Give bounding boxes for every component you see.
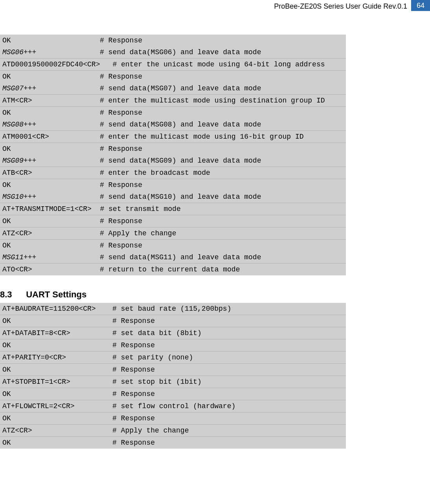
command-text: ATM0001<CR>	[2, 131, 100, 143]
command-text: OK	[2, 71, 100, 82]
command-text: OK	[2, 215, 100, 227]
code-line: ATD00019500002FDC40<CR> # enter the unic…	[0, 58, 346, 70]
command-text: AT+FLOWCTRL=2<CR>	[2, 400, 112, 412]
comment-text: # Response	[112, 364, 155, 376]
command-text: OK	[2, 107, 100, 119]
command-text: OK	[2, 364, 112, 376]
command-text: OK	[2, 339, 112, 351]
code-line: MSG08+++# send data(MSG08) and leave dat…	[0, 119, 346, 130]
code-line: MSG11+++# send data(MSG11) and leave dat…	[0, 251, 346, 263]
comment-text: # send data(MSG06) and leave data mode	[100, 46, 261, 58]
comment-text: # enter the unicast mode using 64-bit lo…	[100, 59, 325, 70]
command-text: ATO<CR>	[2, 264, 100, 275]
comment-text: # Response	[100, 240, 142, 251]
comment-text: # set transmit mode	[92, 203, 181, 215]
comment-text: # set parity (none)	[112, 352, 193, 363]
command-text: MSG11+++	[2, 251, 100, 263]
comment-text: # Response	[100, 71, 142, 82]
command-text: OK	[2, 179, 100, 191]
code-line: ATO<CR># return to the current data mode	[0, 263, 346, 275]
code-line: ATZ<CR># Apply the change	[0, 424, 346, 436]
command-text: OK	[2, 143, 100, 155]
section-heading: 8.3 UART Settings	[0, 290, 430, 300]
command-text: OK	[2, 35, 100, 46]
code-line: AT+BAUDRATE=115200<CR># set baud rate (1…	[0, 303, 346, 315]
comment-text: # return to the current data mode	[100, 264, 240, 275]
comment-text: # set flow control (hardware)	[112, 400, 235, 412]
code-line: OK# Response	[0, 179, 346, 191]
code-line: MSG07+++# send data(MSG07) and leave dat…	[0, 82, 346, 94]
comment-text: # Response	[112, 412, 155, 424]
comment-text: # enter the broadcast mode	[100, 167, 210, 179]
code-line: ATM<CR># enter the multicast mode using …	[0, 94, 346, 106]
command-text: OK	[2, 412, 112, 424]
command-text: AT+STOPBIT=1<CR>	[2, 376, 112, 388]
code-line: OK# Response	[0, 215, 346, 227]
comment-text: # set baud rate (115,200bps)	[112, 303, 231, 315]
section-number: 8.3	[0, 290, 24, 300]
comment-text: # Apply the change	[112, 425, 189, 436]
command-text: ATZ<CR>	[2, 227, 100, 239]
header-page-number: 64	[411, 0, 430, 11]
command-text: OK	[2, 437, 112, 449]
code-line: OK# Response	[0, 106, 346, 119]
comment-text: # set stop bit (1bit)	[112, 376, 202, 388]
command-text: OK	[2, 388, 112, 400]
comment-text: # Response	[100, 107, 142, 119]
comment-text: # enter the multicast mode using destina…	[100, 95, 325, 106]
command-text: MSG06+++	[2, 46, 100, 58]
comment-text: # Response	[100, 215, 142, 227]
command-text: OK	[2, 240, 100, 251]
code-line: ATB<CR># enter the broadcast mode	[0, 167, 346, 179]
code-line: OK# Response	[0, 315, 346, 327]
code-line: OK# Response	[0, 35, 346, 46]
command-text: ATZ<CR>	[2, 425, 112, 436]
comment-text: # Response	[112, 315, 155, 327]
comment-text: # send data(MSG07) and leave data mode	[100, 82, 261, 94]
code-line: OK# Response	[0, 239, 346, 251]
command-text: OK	[2, 315, 112, 327]
comment-text: # Response	[112, 388, 155, 400]
code-line: AT+DATABIT=8<CR># set data bit (8bit)	[0, 327, 346, 339]
comment-text: # Response	[100, 35, 142, 46]
code-line: MSG09+++# send data(MSG09) and leave dat…	[0, 155, 346, 167]
comment-text: # enter the multicast mode using 16-bit …	[100, 131, 303, 143]
code-line: MSG06+++# send data(MSG06) and leave dat…	[0, 46, 346, 58]
code-line: OK# Response	[0, 339, 346, 351]
code-line: OK# Response	[0, 363, 346, 376]
page-header: ProBee-ZE20S Series User Guide Rev.0.1 6…	[0, 0, 430, 11]
comment-text: # Response	[100, 143, 142, 155]
command-text: ATB<CR>	[2, 167, 100, 179]
code-line: OK# Response	[0, 436, 346, 449]
comment-text: # send data(MSG11) and leave data mode	[100, 251, 261, 263]
code-line: ATZ<CR># Apply the change	[0, 227, 346, 239]
comment-text: # Response	[100, 179, 142, 191]
code-line: OK# Response	[0, 143, 346, 155]
code-line: AT+FLOWCTRL=2<CR># set flow control (har…	[0, 400, 346, 412]
header-title: ProBee-ZE20S Series User Guide Rev.0.1	[274, 1, 411, 11]
command-text: AT+TRANSMITMODE=1<CR>	[2, 203, 92, 215]
comment-text: # set data bit (8bit)	[112, 327, 202, 339]
comment-text: # Response	[112, 437, 155, 449]
code-line: OK# Response	[0, 70, 346, 82]
code-line: AT+TRANSMITMODE=1<CR> # set transmit mod…	[0, 203, 346, 215]
command-text: AT+PARITY=0<CR>	[2, 352, 112, 363]
code-line: AT+PARITY=0<CR># set parity (none)	[0, 351, 346, 363]
comment-text: # Response	[112, 339, 155, 351]
command-text: MSG09+++	[2, 155, 100, 167]
code-line: OK# Response	[0, 388, 346, 400]
code-line: OK# Response	[0, 412, 346, 424]
code-block-1: OK# ResponseMSG06+++# send data(MSG06) a…	[0, 35, 346, 275]
command-text: MSG08+++	[2, 119, 100, 130]
code-line: ATM0001<CR># enter the multicast mode us…	[0, 130, 346, 143]
section-title: UART Settings	[26, 290, 86, 299]
comment-text: # Apply the change	[100, 227, 176, 239]
code-block-2: AT+BAUDRATE=115200<CR># set baud rate (1…	[0, 303, 346, 449]
comment-text: # send data(MSG10) and leave data mode	[100, 191, 261, 203]
code-line: MSG10+++# send data(MSG10) and leave dat…	[0, 191, 346, 203]
comment-text: # send data(MSG08) and leave data mode	[100, 119, 261, 130]
code-line: AT+STOPBIT=1<CR># set stop bit (1bit)	[0, 376, 346, 388]
command-text: AT+BAUDRATE=115200<CR>	[2, 303, 112, 315]
comment-text: # send data(MSG09) and leave data mode	[100, 155, 261, 167]
command-text: ATM<CR>	[2, 95, 100, 106]
